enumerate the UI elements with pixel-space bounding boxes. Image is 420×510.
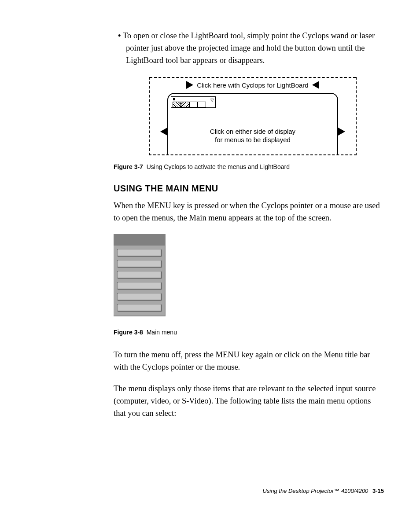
bullet-paragraph: To open or close the LightBoard tool, si…	[126, 30, 384, 66]
figure-3-8-caption: Figure 3-8 Main menu	[114, 329, 384, 336]
lightboard-toolbar: ▽	[171, 96, 216, 108]
main-menu-item	[117, 249, 161, 256]
fig37-bottom-label-2: for menus to be displayed	[167, 136, 338, 144]
main-menu-item	[117, 282, 161, 289]
triangle-right-icon	[338, 128, 345, 136]
main-menu-item	[117, 293, 161, 300]
main-menu-item	[117, 271, 161, 278]
figure-3-7-caption: Figure 3-7 Using Cyclops to activate the…	[114, 163, 384, 170]
main-menu-body	[114, 246, 165, 316]
figure-3-8	[114, 234, 166, 316]
triangle-left-icon	[160, 128, 167, 136]
page-footer: Using the Desktop Projector™ 4100/4200 3…	[262, 488, 384, 494]
body-paragraph-1: When the MENU key is pressed or when the…	[114, 200, 384, 224]
figure-3-7: Click here with Cyclops for LightBoard ▽…	[149, 77, 357, 155]
fig37-bottom-label-1: Click on either side of display	[167, 128, 338, 136]
main-menu-header	[114, 234, 165, 246]
body-paragraph-3: The menu displays only those items that …	[114, 383, 384, 419]
main-menu-item	[117, 304, 161, 311]
main-menu-item	[117, 260, 161, 267]
body-paragraph-2: To turn the menu off, press the MENU key…	[114, 349, 384, 374]
section-heading: USING THE MAIN MENU	[114, 183, 384, 194]
